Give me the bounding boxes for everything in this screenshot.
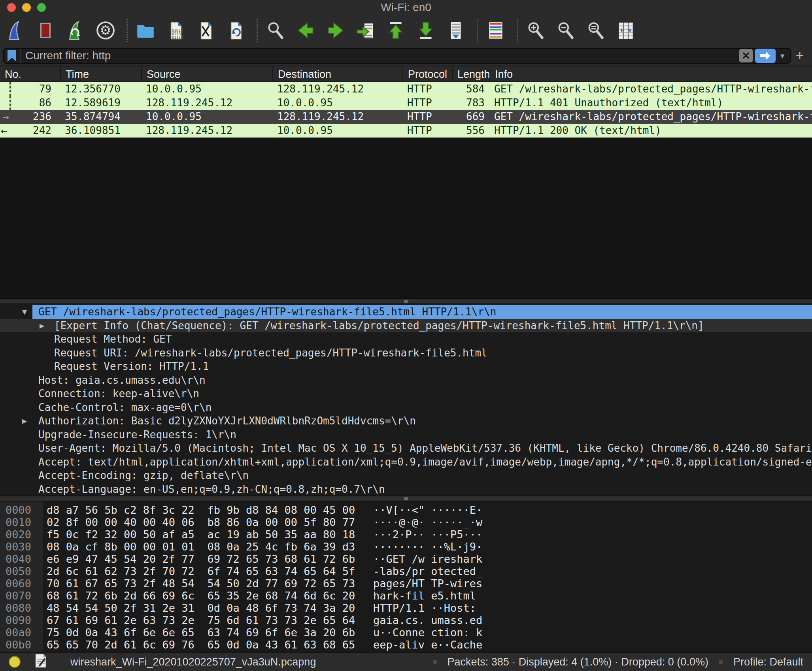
stop-capture-button[interactable] xyxy=(34,19,57,43)
svg-text:⚙: ⚙ xyxy=(100,23,111,38)
previous-packet-button[interactable] xyxy=(294,19,317,43)
zoom-in-button[interactable] xyxy=(524,19,547,43)
last-packet-icon xyxy=(415,20,436,42)
window-title: Wi-Fi: en0 xyxy=(0,0,812,15)
packet-details-pane: ▼GET /wireshark-labs/protected_pages/HTT… xyxy=(0,304,812,496)
hex-row-0070[interactable]: 007068 61 72 6b 2d 66 69 6c 65 35 2e 68 … xyxy=(0,590,812,602)
minimize-window-button[interactable] xyxy=(22,3,31,12)
capture-options-button[interactable]: ⚙ xyxy=(94,19,117,43)
status-separator-dot xyxy=(433,660,437,664)
reload-file-icon xyxy=(225,20,246,42)
last-packet-button[interactable] xyxy=(414,19,437,43)
detail-row-0[interactable]: ▼GET /wireshark-labs/protected_pages/HTT… xyxy=(0,305,812,319)
resize-columns-button[interactable] xyxy=(614,19,637,43)
main-toolbar: ⚙010100110101110 xyxy=(0,14,812,47)
first-packet-button[interactable] xyxy=(384,19,407,43)
detail-row-4[interactable]: Request Version: HTTP/1.1 xyxy=(0,360,812,373)
list-details-splitter[interactable] xyxy=(0,298,812,304)
detail-row-11[interactable]: Accept: text/html,application/xhtml+xml,… xyxy=(0,455,812,469)
hex-row-0080[interactable]: 008048 54 54 50 2f 31 2e 31 0d 0a 48 6f … xyxy=(0,602,812,614)
capture-comment-icon[interactable] xyxy=(34,653,47,671)
zoom-window-button[interactable] xyxy=(37,3,46,12)
stop-capture-icon xyxy=(35,20,56,42)
save-file-button[interactable]: 010100110101110 xyxy=(164,19,187,43)
hex-row-0060[interactable]: 006070 61 67 65 73 2f 48 54 54 50 2d 77 … xyxy=(0,577,812,590)
svg-text:01110: 01110 xyxy=(172,35,183,39)
zoom-out-button[interactable] xyxy=(554,19,577,43)
packet-list-empty-area xyxy=(0,138,812,298)
close-file-icon xyxy=(195,20,216,42)
packet-row-86[interactable]: 8612.589619128.119.245.1210.0.0.95HTTP78… xyxy=(0,96,812,110)
detail-row-1[interactable]: ▶[Expert Info (Chat/Sequence): GET /wire… xyxy=(0,319,812,333)
close-window-button[interactable] xyxy=(7,3,16,12)
profile-selector[interactable]: Profile: Default xyxy=(733,656,803,668)
toolbar-separator xyxy=(127,19,128,42)
filter-dropdown-caret[interactable]: ▾ xyxy=(777,51,787,60)
detail-row-8[interactable]: ▶Authorization: Basic d2lyZXNoYXJrLXN0dW… xyxy=(0,414,812,428)
auto-scroll-icon xyxy=(445,20,466,42)
wireshark-window: Wi-Fi: en0 ⚙010100110101110 Current filt… xyxy=(0,0,812,671)
related-packet-marker xyxy=(9,96,11,110)
column-header-time[interactable]: Time xyxy=(60,66,141,81)
toolbar-separator xyxy=(517,19,518,42)
related-packet-marker xyxy=(9,82,11,96)
capture-file-name: wireshark_Wi-Fi_20201020225707_vJa3uN.pc… xyxy=(70,656,316,668)
column-header-length[interactable]: Length xyxy=(452,66,489,81)
column-header-protocol[interactable]: Protocol xyxy=(402,66,452,81)
detail-row-9[interactable]: Upgrade-Insecure-Requests: 1\r\n xyxy=(0,428,812,442)
hex-row-00b0[interactable]: 00b065 65 70 2d 61 6c 69 76 65 0d 0a 43 … xyxy=(0,639,812,651)
filter-bookmark-icon[interactable] xyxy=(4,49,21,63)
close-file-button[interactable] xyxy=(194,19,217,43)
clear-filter-button[interactable]: ✕ xyxy=(739,49,753,62)
hex-row-0030[interactable]: 003008 0a cf 8b 00 00 01 01 08 0a 25 4c … xyxy=(0,541,812,553)
colorize-button[interactable] xyxy=(484,19,507,43)
details-hex-splitter[interactable] xyxy=(0,496,812,501)
detail-row-7[interactable]: Cache-Control: max-age=0\r\n xyxy=(0,401,812,415)
apply-filter-button[interactable] xyxy=(755,49,776,63)
hex-row-0000[interactable]: 0000d8 a7 56 5b c2 8f 3c 22 fb 9b d8 84 … xyxy=(0,504,812,516)
splitter-grip xyxy=(404,497,408,500)
detail-row-10[interactable]: User-Agent: Mozilla/5.0 (Macintosh; Inte… xyxy=(0,441,812,455)
detail-row-13[interactable]: Accept-Language: en-US,en;q=0.9,zh-CN;q=… xyxy=(0,483,812,496)
detail-row-5[interactable]: Host: gaia.cs.umass.edu\r\n xyxy=(0,373,812,387)
find-packet-button[interactable] xyxy=(264,19,287,43)
packet-list-header: No.TimeSourceDestinationProtocolLengthIn… xyxy=(0,66,812,82)
titlebar: Wi-Fi: en0 xyxy=(0,0,812,14)
column-header-source[interactable]: Source xyxy=(141,66,272,81)
zoom-original-icon xyxy=(585,20,606,42)
hex-row-0020[interactable]: 0020f5 0c f2 32 00 50 af a5 ac 19 ab 50 … xyxy=(0,528,812,541)
detail-row-3[interactable]: Request URI: /wireshark-labs/protected_p… xyxy=(0,346,812,360)
detail-row-6[interactable]: Connection: keep-alive\r\n xyxy=(0,387,812,401)
column-header-destination[interactable]: Destination xyxy=(272,66,402,81)
packet-row-79[interactable]: 7912.35677010.0.0.95128.119.245.12HTTP58… xyxy=(0,82,812,96)
detail-row-12[interactable]: Accept-Encoding: gzip, deflate\r\n xyxy=(0,469,812,483)
detail-row-2[interactable]: Request Method: GET xyxy=(0,332,812,346)
hex-row-0050[interactable]: 00502d 6c 61 62 73 2f 70 72 6f 74 65 63 … xyxy=(0,565,812,577)
hex-row-00a0[interactable]: 00a075 0d 0a 43 6f 6e 6e 65 63 74 69 6f … xyxy=(0,626,812,639)
expert-info-indicator[interactable] xyxy=(9,656,21,668)
display-filter-input[interactable]: Current filter: http ✕ ▾ xyxy=(3,48,791,64)
hex-row-0090[interactable]: 009067 61 69 61 2e 63 73 2e 75 6d 61 73 … xyxy=(0,614,812,626)
next-packet-icon xyxy=(325,20,346,42)
add-filter-button[interactable]: + xyxy=(791,47,809,64)
reload-file-button[interactable] xyxy=(224,19,247,43)
column-header-info[interactable]: Info xyxy=(489,66,812,81)
column-header-no[interactable]: No. xyxy=(0,66,60,81)
hex-row-0010[interactable]: 001002 8f 00 00 40 00 40 06 b8 86 0a 00 … xyxy=(0,516,812,528)
first-packet-icon xyxy=(385,20,406,42)
splitter-grip xyxy=(404,300,408,303)
colorize-icon xyxy=(485,20,506,42)
restart-capture-button[interactable] xyxy=(64,19,87,43)
start-capture-button[interactable] xyxy=(4,19,27,43)
open-file-button[interactable] xyxy=(134,19,157,43)
hex-row-0040[interactable]: 0040e6 e9 47 45 54 20 2f 77 69 72 65 73 … xyxy=(0,553,812,565)
go-to-packet-button[interactable] xyxy=(354,19,377,43)
next-packet-button[interactable] xyxy=(324,19,347,43)
toolbar-separator xyxy=(257,19,258,42)
zoom-in-icon xyxy=(525,20,546,42)
auto-scroll-button[interactable] xyxy=(444,19,467,43)
packet-row-242[interactable]: 242←36.109851128.119.245.1210.0.0.95HTTP… xyxy=(0,124,812,138)
capture-options-icon: ⚙ xyxy=(95,20,116,42)
packet-row-236[interactable]: 236→35.87479410.0.0.95128.119.245.12HTTP… xyxy=(0,110,812,124)
zoom-original-button[interactable] xyxy=(584,19,607,43)
